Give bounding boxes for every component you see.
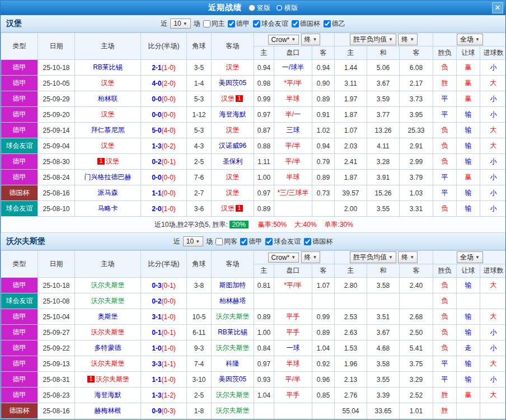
league-filter-label: 德乙	[332, 19, 345, 29]
league-checkbox[interactable]	[324, 20, 331, 27]
goals-result: 小	[480, 372, 506, 388]
avg-odds-dropdown[interactable]: 胜平负均值▼	[350, 251, 396, 263]
chevron-down-icon: ▼	[388, 37, 393, 42]
match-type: 德甲	[1, 60, 38, 76]
match-date: 25-10-18	[38, 60, 75, 76]
avg-draw-odds: 15.26	[367, 185, 400, 201]
match-score: 1-1(1-0)	[141, 372, 187, 388]
odds-final-dropdown[interactable]: 终▼	[301, 251, 321, 263]
away-team: 圣保利	[212, 154, 254, 170]
match-score: 1-3(0-2)	[141, 138, 187, 154]
handicap-result: 赢	[457, 91, 480, 107]
dropdown-label: 10	[174, 20, 181, 27]
vertical-layout-radio[interactable]	[249, 4, 255, 11]
avg-away-odds: 5.41	[400, 340, 433, 356]
avg-away-odds: 2.68	[400, 309, 433, 325]
col-header-score: 比分(半场)	[141, 251, 187, 278]
home-odds: 1.04	[254, 388, 274, 403]
match-count-dropdown[interactable]: 10▼	[170, 18, 190, 29]
league-checkbox[interactable]	[292, 20, 299, 27]
avg-home-odds: 2.03	[335, 138, 367, 154]
handicap-result: 输	[457, 325, 480, 340]
avg-home-odds: 3.11	[335, 76, 367, 91]
odds-final-dropdown[interactable]: 终▼	[301, 34, 321, 45]
league-filter-球会友谊[interactable]: 球会友谊	[253, 19, 288, 29]
home-odds: 0.89	[254, 309, 274, 325]
handicap-line: *平/半	[274, 278, 312, 293]
match-row: 德甲25-08-24门兴格拉德巴赫0-0(0-0)7-6汉堡1.00半球0.89…	[1, 170, 506, 185]
match-score: 5-0(4-0)	[141, 123, 187, 138]
home-odds: 0.87	[254, 123, 274, 138]
avg-odds-dropdown[interactable]: 胜平负均值▼	[350, 34, 396, 45]
team-name-text: RB莱比锡	[218, 328, 247, 336]
avg-home-odds: 39.57	[335, 185, 367, 201]
match-scope-dropdown[interactable]: 全场▼	[457, 34, 483, 45]
away-odds: 1.07	[312, 278, 335, 293]
league-filter-德国杯[interactable]: 德国杯	[304, 237, 332, 246]
match-score: 0-0(0-0)	[141, 170, 187, 185]
match-score: 4-0(2-0)	[141, 76, 187, 91]
avg-away-odds: 2.50	[400, 325, 433, 340]
near-label: 近	[161, 19, 167, 29]
titlebar: 近期战绩 竖版 横版 ✕	[1, 1, 505, 15]
away-team: 沃尔夫斯堡	[212, 388, 254, 403]
full-time-score: 0-2	[152, 158, 161, 166]
league-checkbox[interactable]	[228, 20, 235, 27]
half-time-score: (0-1)	[162, 158, 176, 166]
match-scope-dropdown[interactable]: 全场▼	[457, 251, 483, 263]
col-header-away: 客场	[212, 33, 254, 60]
league-filter-德甲[interactable]: 德甲	[240, 237, 262, 246]
avg-home-odds: 2.76	[335, 388, 367, 403]
avg-home-odds: 1.44	[335, 60, 367, 76]
league-checkbox[interactable]	[240, 238, 247, 245]
league-filter-德甲[interactable]: 德甲	[228, 19, 250, 29]
match-type: 德甲	[1, 76, 38, 91]
same-side-checkbox[interactable]	[215, 238, 223, 245]
result: 负	[433, 309, 457, 325]
league-checkbox[interactable]	[265, 238, 273, 245]
league-filter-德乙[interactable]: 德乙	[324, 19, 345, 29]
avg-group-header: 胜平负均值▼ 终▼	[335, 33, 433, 46]
corner-count: 3-5	[187, 60, 212, 76]
same-side-filter[interactable]: 同客	[215, 237, 237, 246]
half-time-score: (1-0)	[162, 205, 176, 213]
avg-final-dropdown[interactable]: 终▼	[398, 251, 418, 263]
full-time-score: 0-2	[152, 297, 161, 305]
horizontal-layout-radio[interactable]	[276, 4, 283, 11]
odds-source-dropdown[interactable]: Crow*▼	[268, 35, 299, 45]
home-team: RB莱比锡	[75, 60, 141, 76]
chevron-down-icon: ▼	[410, 255, 414, 260]
corner-count: 6-11	[187, 325, 212, 340]
same-side-checkbox[interactable]	[203, 20, 210, 27]
handicap-result: 赢	[457, 60, 480, 76]
league-filter-球会友谊[interactable]: 球会友谊	[265, 237, 301, 246]
match-type: 球会友谊	[1, 201, 38, 217]
team-name-text: RB莱比锡	[93, 63, 123, 71]
league-checkbox[interactable]	[304, 238, 311, 245]
match-count-dropdown[interactable]: 10▼	[183, 236, 203, 246]
half-time-score: (1-2)	[162, 391, 176, 399]
layout-option-vertical[interactable]: 竖版	[249, 3, 270, 13]
layout-option-horizontal[interactable]: 横版	[276, 3, 298, 13]
close-icon[interactable]: ✕	[492, 2, 503, 13]
league-filter-德国杯[interactable]: 德国杯	[292, 19, 320, 29]
team-name-text: 汉堡	[101, 142, 115, 150]
avg-draw-odds: 3.59	[367, 91, 400, 107]
avg-final-dropdown[interactable]: 终▼	[398, 34, 418, 45]
odds-source-dropdown[interactable]: Crow*▼	[268, 253, 299, 263]
league-checkbox[interactable]	[253, 20, 260, 27]
match-type: 德国杯	[1, 403, 38, 419]
home-odds: 0.99	[254, 91, 274, 107]
avg-home-odds: 1.07	[335, 123, 367, 138]
corner-count: 3-6	[187, 201, 212, 217]
half-time-score: (1-0)	[162, 313, 176, 321]
corner-count: 1-8	[187, 403, 212, 419]
match-row: 德甲25-08-301汉堡0-2(0-1)2-5圣保利1.11平/半0.792.…	[1, 154, 506, 170]
match-date: 25-08-16	[38, 403, 75, 419]
result: 平	[433, 185, 457, 201]
same-side-filter[interactable]: 同主	[203, 19, 225, 29]
col-header-result: 胜负	[433, 264, 457, 278]
win-rate-chip: 20%	[229, 221, 249, 228]
result: 负	[433, 138, 457, 154]
avg-draw-odds: 3.51	[367, 309, 400, 325]
